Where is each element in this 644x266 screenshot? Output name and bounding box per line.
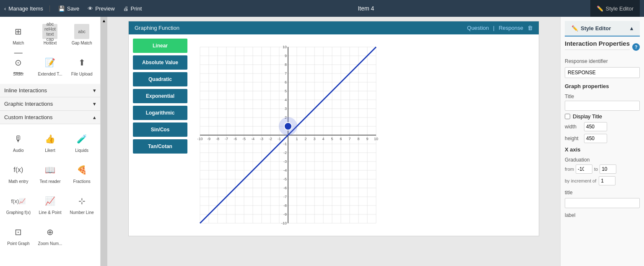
properties-panel: Interaction Properties ? Response identi…: [565, 40, 640, 218]
scroll-arrow[interactable]: ▲: [101, 17, 107, 266]
top-icons-grid: ⊞ Match abcreHottext cap Hottext abc Gap…: [0, 17, 100, 84]
sidebar-item-file-upload[interactable]: ⬆ File Upload: [67, 51, 97, 81]
graph-area[interactable]: [192, 39, 535, 232]
textreader-label: Text reader: [39, 179, 60, 184]
pointgraph-label: Point Graph: [7, 241, 29, 246]
extended-text-icon: 📝: [42, 55, 57, 70]
height-input[interactable]: [584, 134, 607, 143]
trash-icon[interactable]: 🗑: [527, 25, 533, 31]
to-label: to: [594, 167, 598, 172]
linepoint-label: Line & Point: [39, 210, 62, 215]
height-label: height: [565, 136, 582, 141]
zoomnum-label: Zoom Num...: [38, 241, 62, 246]
preview-icon: 👁: [88, 5, 93, 12]
style-editor-button[interactable]: ✏️ Style Editor: [590, 0, 640, 17]
graphing-title: Graphing Function: [135, 25, 179, 31]
display-title-checkbox[interactable]: [565, 114, 570, 119]
graphic-interactions-label: Graphic Interactions: [4, 101, 53, 107]
width-input[interactable]: [584, 122, 607, 131]
fn-tancotan-button[interactable]: Tan/Cotan: [133, 139, 187, 154]
from-label: from: [565, 167, 574, 172]
sidebar-item-graphingfx[interactable]: f(x)📈 Graphing f(x): [3, 190, 34, 219]
chevron-down-icon: ▾: [93, 87, 96, 94]
preview-button[interactable]: 👁 Preview: [88, 5, 114, 12]
linepoint-icon: 📈: [42, 193, 57, 209]
textreader-icon: 📖: [42, 162, 57, 177]
audio-label: Audio: [13, 148, 24, 153]
mathentry-label: Math entry: [8, 179, 28, 184]
chevron-up-icon: ▴: [630, 25, 633, 31]
custom-interactions-grid: 🎙 Audio 👍 Likert 🧪 Liquids f(x) Math ent…: [0, 124, 100, 253]
numberline-icon: ⊹: [74, 193, 89, 209]
sidebar-item-gapmatch[interactable]: abc Gap Match: [67, 20, 97, 50]
sidebar-item-zoomnum[interactable]: ⊕ Zoom Num...: [35, 221, 65, 250]
axis-label-label: label: [565, 212, 640, 218]
sidebar-item-pointgraph[interactable]: ⊡ Point Graph: [3, 221, 34, 250]
title-label: Title: [565, 94, 640, 99]
save-button[interactable]: 💾 Save: [58, 5, 80, 12]
graphing-header-right: Question | Response 🗑: [467, 25, 533, 31]
response-link[interactable]: Response: [499, 25, 523, 31]
pointgraph-icon: ⊡: [11, 224, 26, 240]
response-id-input[interactable]: [565, 67, 640, 78]
pipe-separator: |: [493, 25, 494, 31]
preview-label: Preview: [95, 5, 114, 12]
sidebar-item-likert[interactable]: 👍 Likert: [35, 128, 65, 157]
sidebar-item-hottext[interactable]: abcreHottext cap Hottext: [35, 20, 65, 50]
custom-interactions-section[interactable]: Custom Interactions ▴: [0, 111, 100, 124]
from-input[interactable]: [576, 164, 592, 174]
graphing-body: Linear Absolute Value Quadratic Exponent…: [129, 34, 539, 236]
fn-sincos-button[interactable]: Sin/Cos: [133, 123, 187, 137]
graphing-header: Graphing Function Question | Response 🗑: [129, 21, 539, 34]
hottext-icon: abcreHottext cap: [42, 24, 57, 39]
liquids-label: Liquids: [75, 148, 88, 153]
graphing-panel: Graphing Function Question | Response 🗑 …: [128, 21, 539, 236]
top-bar: ‹ Manage Items 💾 Save 👁 Preview 🖨 Print …: [0, 0, 644, 17]
manage-items-label: Manage Items: [8, 5, 43, 12]
inline-interactions-section[interactable]: Inline Interactions ▾: [0, 84, 100, 97]
display-title-label: Display Title: [573, 113, 602, 120]
axis-title-label: title: [565, 190, 640, 196]
pencil-icon: ✏️: [571, 25, 578, 31]
pencil-icon: ✏️: [597, 5, 603, 12]
question-link[interactable]: Question: [467, 25, 489, 31]
print-button[interactable]: 🖨 Print: [123, 5, 142, 12]
match-label: Match: [13, 41, 24, 46]
fn-absolute-button[interactable]: Absolute Value: [133, 55, 187, 70]
x-axis-section: X axis Graduation from to by increment o…: [565, 146, 640, 185]
to-input[interactable]: [600, 164, 616, 174]
fn-exponential-button[interactable]: Exponential: [133, 89, 187, 103]
graphic-interactions-section[interactable]: Graphic Interactions ▾: [0, 97, 100, 111]
gapmatch-label: Gap Match: [72, 41, 92, 46]
sidebar-item-textreader[interactable]: 📖 Text reader: [35, 159, 65, 188]
sidebar-item-extended-text[interactable]: 📝 Extended T...: [35, 51, 65, 81]
sidebar-item-audio[interactable]: 🎙 Audio: [3, 128, 34, 157]
fn-logarithmic-button[interactable]: Logarithmic: [133, 106, 187, 120]
display-title-row: Display Title: [565, 113, 640, 120]
graphingfx-icon: f(x)📈: [11, 193, 26, 209]
style-editor-tab-label: Style Editor: [581, 25, 611, 31]
sidebar-item-slider[interactable]: —⊙— Slider: [3, 51, 34, 81]
sidebar-item-mathentry[interactable]: f(x) Math entry: [3, 159, 34, 188]
fn-quadratic-button[interactable]: Quadratic: [133, 72, 187, 86]
title-input[interactable]: [565, 101, 640, 111]
fn-linear-button[interactable]: Linear: [133, 39, 187, 53]
sidebar-item-liquids[interactable]: 🧪 Liquids: [67, 128, 97, 157]
sidebar-item-numberline[interactable]: ⊹ Number Line: [67, 190, 97, 219]
save-label: Save: [67, 5, 80, 12]
sidebar-item-linepoint[interactable]: 📈 Line & Point: [35, 190, 65, 219]
manage-items-button[interactable]: ‹ Manage Items: [4, 5, 50, 12]
left-sidebar: ⊞ Match abcreHottext cap Hottext abc Gap…: [0, 17, 101, 266]
help-icon[interactable]: ?: [632, 43, 640, 51]
sidebar-item-fractions[interactable]: 🍕 Fractions: [67, 159, 97, 188]
fractions-label: Fractions: [73, 179, 91, 184]
increment-input[interactable]: [599, 176, 615, 185]
main-layout: ⊞ Match abcreHottext cap Hottext abc Gap…: [0, 17, 644, 266]
liquids-icon: 🧪: [74, 131, 89, 146]
sidebar-item-match[interactable]: ⊞ Match: [3, 20, 34, 50]
style-editor-tab[interactable]: ✏️ Style Editor ▴: [565, 21, 640, 37]
print-label: Print: [131, 5, 142, 12]
axis-title-input[interactable]: [565, 198, 640, 208]
width-row: width: [565, 122, 640, 131]
function-buttons: Linear Absolute Value Quadratic Exponent…: [133, 39, 187, 232]
